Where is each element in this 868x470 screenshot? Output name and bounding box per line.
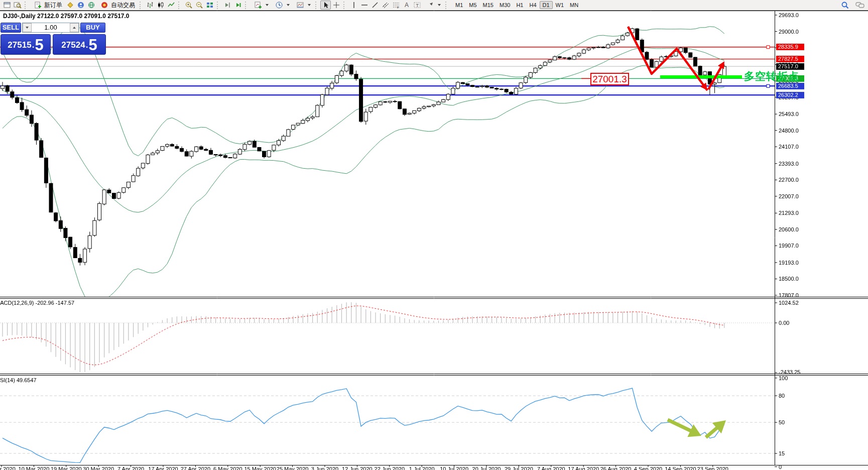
bar-chart-icon[interactable] (145, 1, 155, 10)
zoom-out-icon[interactable] (194, 1, 204, 10)
price-badge: 27517.0 (776, 63, 804, 70)
price-axis-tick: 29693.0 (779, 12, 799, 18)
tf-button-M30[interactable]: M30 (497, 1, 513, 9)
date-axis-label: 23 Sep 2020 (697, 466, 728, 470)
new-chart-icon[interactable] (2, 1, 12, 10)
indicators-button[interactable] (250, 1, 271, 10)
tf-button-M1[interactable]: M1 (452, 1, 466, 9)
new-order-label: 新订单 (44, 1, 62, 10)
template-icon (295, 1, 305, 10)
rsi-axis-tick: 100 (779, 375, 788, 381)
tile-windows-icon[interactable] (204, 1, 215, 10)
tf-button-M5[interactable]: M5 (466, 1, 479, 9)
new-order-button[interactable]: 新订单 (30, 1, 65, 10)
chart-profiles-icon[interactable] (12, 1, 23, 10)
volume-up-button[interactable] (70, 23, 79, 32)
price-badge: 26302.2 (776, 92, 804, 98)
volume-value[interactable]: 1.00 (32, 23, 70, 32)
svg-text:A: A (405, 2, 409, 9)
metaeditor-icon[interactable] (65, 1, 75, 10)
autotrading-label: 自动交易 (111, 1, 135, 10)
toolbar-grip (343, 2, 346, 9)
text-icon[interactable]: A (401, 1, 412, 10)
chart-title: DJ30-,Daily 27122.0 27597.0 27091.0 2751… (3, 13, 130, 20)
buy-price-panel[interactable]: 27524.5 (53, 34, 106, 55)
date-axis-label: 14 Sep 2020 (665, 466, 696, 470)
toolbar-grip (445, 2, 448, 9)
tf-button-H1[interactable]: H1 (513, 1, 526, 9)
fibonacci-icon[interactable]: F (391, 1, 401, 10)
horizontal-line-icon[interactable] (359, 1, 369, 10)
price-badge: 26683.5 (776, 83, 804, 89)
chart-shift-icon[interactable] (222, 1, 232, 10)
auto-scroll-icon[interactable] (232, 1, 243, 10)
toolbar-grip (178, 2, 181, 9)
rsi-axis-tick: 80 (779, 393, 785, 399)
triangle-down-icon (26, 27, 29, 29)
templates-button[interactable] (292, 1, 313, 10)
vertical-line-icon[interactable] (348, 1, 359, 10)
crosshair-icon[interactable] (331, 1, 341, 10)
terminal-icon[interactable] (75, 1, 86, 10)
search-icon[interactable] (840, 1, 850, 10)
arrows-button[interactable] (422, 1, 443, 10)
tf-button-H4[interactable]: H4 (526, 1, 539, 9)
trendline-icon[interactable] (369, 1, 380, 10)
rsi-label: RSI(14) 49.6547 (0, 377, 37, 383)
tf-button-MN[interactable]: MN (567, 1, 581, 9)
price-axis-tick: 22007.0 (779, 193, 799, 199)
sell-price-dot: . (32, 38, 35, 53)
date-axis-label: 22 Jun 2020 (375, 466, 405, 470)
buy-button[interactable]: BUY (80, 23, 105, 33)
chat-icon[interactable] (854, 1, 865, 10)
chevron-down-icon (308, 4, 311, 6)
toolbar-grip (315, 2, 318, 9)
chart-canvas[interactable] (0, 0, 868, 470)
date-axis-label: 12 Jun 2020 (342, 466, 373, 470)
toolbar-grip (217, 2, 220, 9)
line-chart-icon[interactable] (166, 1, 176, 10)
chevron-down-icon (266, 4, 269, 6)
date-axis-label: 10 Mar 2020 (19, 466, 50, 470)
macd-axis-tick: 0.00 (779, 320, 789, 326)
tf-button-M15[interactable]: M15 (480, 1, 497, 9)
candlestick-chart-icon[interactable] (155, 1, 166, 10)
price-axis-tick: 23393.0 (779, 161, 799, 167)
equidistant-channel-icon[interactable] (380, 1, 391, 10)
broadcast-icon[interactable] (86, 1, 96, 10)
tf-button-D1[interactable]: D1 (540, 1, 553, 9)
arrow-shape-icon (425, 1, 435, 10)
sell-price-panel[interactable]: 27515.5 (1, 34, 51, 55)
toolbar-grip (245, 2, 248, 9)
date-axis-label: 29 Jul 2020 (505, 466, 533, 470)
zoom-in-icon[interactable] (183, 1, 194, 10)
tf-button-W1[interactable]: W1 (553, 1, 567, 9)
buy-price-dot: . (86, 38, 88, 53)
price-axis-tick: 25493.0 (779, 111, 799, 117)
sell-button[interactable]: SELL (1, 23, 21, 33)
turning-point-label[interactable]: 多空转折点 (744, 69, 799, 83)
price-axis-tick: 22700.0 (779, 177, 799, 183)
price-callout-label[interactable]: 27001.3 (590, 73, 629, 85)
price-axis-tick: 18500.0 (779, 276, 799, 282)
date-axis-label: 17 Aug 2020 (568, 466, 599, 470)
buy-price-pips: 5 (88, 37, 97, 53)
date-axis-label: 27 Apr 2020 (181, 466, 210, 470)
date-axis-label: 3 Jun 2020 (311, 466, 338, 470)
volume-stepper: 1.00 (22, 23, 79, 33)
date-axis-label: 10 Jul 2020 (440, 466, 468, 470)
date-axis-label: 30 Mar 2020 (83, 466, 114, 470)
toolbar-grip (140, 2, 143, 9)
price-axis-tick: 21293.0 (779, 210, 799, 216)
chevron-down-icon (287, 4, 290, 6)
cursor-icon[interactable] (320, 1, 331, 10)
sell-price-pips: 5 (35, 37, 43, 53)
new-order-icon (32, 1, 43, 10)
price-axis-tick: 29000.0 (779, 29, 799, 35)
periods-button[interactable] (271, 1, 292, 10)
text-label-icon[interactable]: T (412, 1, 422, 10)
volume-down-button[interactable] (23, 23, 32, 32)
date-axis-label: 4 Sep 2020 (634, 466, 662, 470)
indicators-icon (253, 1, 263, 10)
autotrading-button[interactable]: 自动交易 (96, 1, 138, 10)
